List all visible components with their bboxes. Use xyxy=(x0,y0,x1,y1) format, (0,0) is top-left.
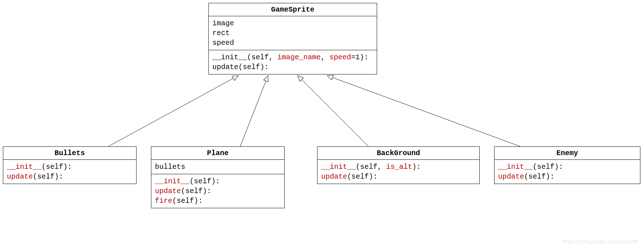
method: __init__(self): xyxy=(155,176,281,186)
gamesprite-class-box: GameSpriteimagerectspeed__init__(self, i… xyxy=(208,3,377,74)
method: __init__(self): xyxy=(498,162,636,172)
inheritance-arrow xyxy=(108,76,238,146)
plane-class-box: Planebullets__init__(self):update(self):… xyxy=(151,146,285,208)
attribute: rect xyxy=(212,28,373,38)
enemy-class-box: Enemy__init__(self):update(self): xyxy=(494,146,640,184)
enemy-class-name: Enemy xyxy=(494,147,640,160)
method: update(self): xyxy=(7,172,133,181)
gamesprite-methods: __init__(self, image_name, speed=1):upda… xyxy=(209,50,377,74)
attribute: bullets xyxy=(155,162,281,172)
plane-attributes: bullets xyxy=(151,160,284,174)
bullets-class-name: Bullets xyxy=(3,147,136,160)
plane-methods: __init__(self):update(self):fire(self): xyxy=(151,174,284,208)
enemy-methods: __init__(self):update(self): xyxy=(494,160,640,184)
bullets-methods: __init__(self):update(self): xyxy=(3,160,136,184)
method: update(self): xyxy=(321,172,476,181)
watermark-text: https://blog.csdn.net/KaiSarH xyxy=(563,238,638,244)
method: fire(self): xyxy=(155,196,281,206)
background-methods: __init__(self, is_alt):update(self): xyxy=(317,160,479,184)
gamesprite-class-name: GameSprite xyxy=(209,3,377,16)
method: __init__(self, image_name, speed=1): xyxy=(212,52,373,62)
attribute: image xyxy=(212,18,373,28)
inheritance-arrow xyxy=(240,76,268,146)
gamesprite-attributes: imagerectspeed xyxy=(209,16,377,50)
method: update(self): xyxy=(498,172,636,181)
background-class-name: BackGround xyxy=(317,147,479,160)
background-class-box: BackGround__init__(self, is_alt):update(… xyxy=(317,146,480,184)
method: update(self): xyxy=(212,62,373,72)
method: __init__(self, is_alt): xyxy=(321,162,476,172)
bullets-class-box: Bullets__init__(self):update(self): xyxy=(3,146,137,184)
attribute: speed xyxy=(212,38,373,48)
method: __init__(self): xyxy=(7,162,133,172)
plane-class-name: Plane xyxy=(151,147,284,160)
inheritance-arrow xyxy=(327,76,520,146)
method: update(self): xyxy=(155,186,281,196)
inheritance-arrow xyxy=(298,76,368,146)
